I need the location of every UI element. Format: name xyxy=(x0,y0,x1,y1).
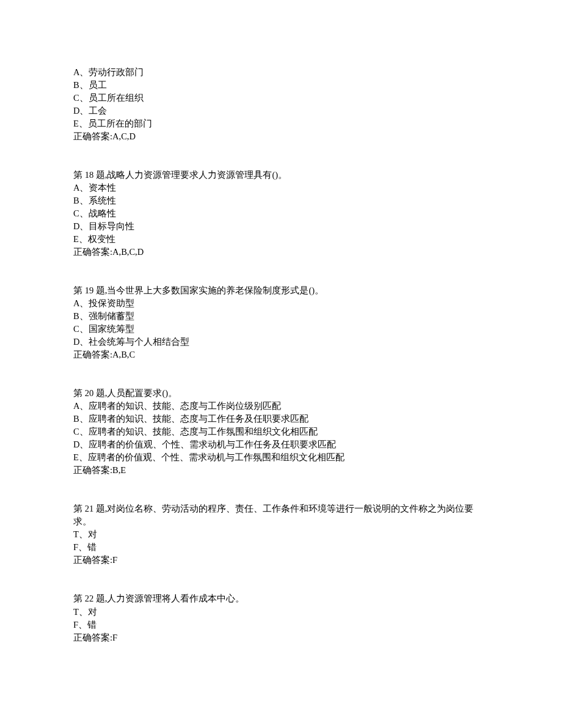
document-page: A、劳动行政部门 B、员工 C、员工所在组织 D、工会 E、员工所在的部门 正确… xyxy=(0,0,562,728)
option-c: C、战略性 xyxy=(73,207,489,220)
answer: 正确答案:B,E xyxy=(73,464,489,477)
question-19: 第 19 题,当今世界上大多数国家实施的养老保险制度形式是()。 A、投保资助型… xyxy=(73,284,489,361)
option-b: B、员工 xyxy=(73,79,489,92)
question-stem: 第 18 题,战略人力资源管理要求人力资源管理具有()。 xyxy=(73,169,489,182)
option-d: D、工会 xyxy=(73,105,489,117)
option-c: C、国家统筹型 xyxy=(73,323,489,336)
option-e: E、员工所在的部门 xyxy=(73,117,489,130)
question-18: 第 18 题,战略人力资源管理要求人力资源管理具有()。 A、资本性 B、系统性… xyxy=(73,169,489,259)
option-a: A、劳动行政部门 xyxy=(73,66,489,79)
option-d: D、社会统筹与个人相结合型 xyxy=(73,336,489,348)
option-t: T、对 xyxy=(73,606,489,619)
option-a: A、资本性 xyxy=(73,182,489,194)
question-22: 第 22 题,人力资源管理将人看作成本中心。 T、对 F、错 正确答案:F xyxy=(73,592,489,644)
option-b: B、应聘者的知识、技能、态度与工作任务及任职要求匹配 xyxy=(73,413,489,425)
option-d: D、目标导向性 xyxy=(73,220,489,233)
question-20: 第 20 题,人员配置要求()。 A、应聘者的知识、技能、态度与工作岗位级别匹配… xyxy=(73,387,489,477)
question-stem: 第 19 题,当今世界上大多数国家实施的养老保险制度形式是()。 xyxy=(73,284,489,297)
question-17-partial: A、劳动行政部门 B、员工 C、员工所在组织 D、工会 E、员工所在的部门 正确… xyxy=(73,66,489,143)
option-c: C、员工所在组织 xyxy=(73,92,489,105)
option-b: B、强制储蓄型 xyxy=(73,310,489,323)
question-21: 第 21 题,对岗位名称、劳动活动的程序、责任、工作条件和环境等进行一般说明的文… xyxy=(73,502,489,567)
option-a: A、应聘者的知识、技能、态度与工作岗位级别匹配 xyxy=(73,400,489,413)
option-e: E、权变性 xyxy=(73,233,489,246)
answer: 正确答案:F xyxy=(73,631,489,644)
answer: 正确答案:A,B,C xyxy=(73,348,489,361)
question-stem: 第 20 题,人员配置要求()。 xyxy=(73,387,489,400)
option-t: T、对 xyxy=(73,528,489,541)
option-a: A、投保资助型 xyxy=(73,297,489,310)
option-e: E、应聘者的价值观、个性、需求动机与工作氛围和组织文化相匹配 xyxy=(73,451,489,464)
option-b: B、系统性 xyxy=(73,194,489,207)
option-c: C、应聘者的知识、技能、态度与工作氛围和组织文化相匹配 xyxy=(73,425,489,438)
option-f: F、错 xyxy=(73,619,489,631)
answer: 正确答案:A,B,C,D xyxy=(73,246,489,259)
option-d: D、应聘者的价值观、个性、需求动机与工作任务及任职要求匹配 xyxy=(73,438,489,451)
answer: 正确答案:A,C,D xyxy=(73,130,489,143)
option-f: F、错 xyxy=(73,541,489,554)
question-stem: 第 22 题,人力资源管理将人看作成本中心。 xyxy=(73,592,489,605)
question-stem: 第 21 题,对岗位名称、劳动活动的程序、责任、工作条件和环境等进行一般说明的文… xyxy=(73,502,489,528)
answer: 正确答案:F xyxy=(73,554,489,567)
